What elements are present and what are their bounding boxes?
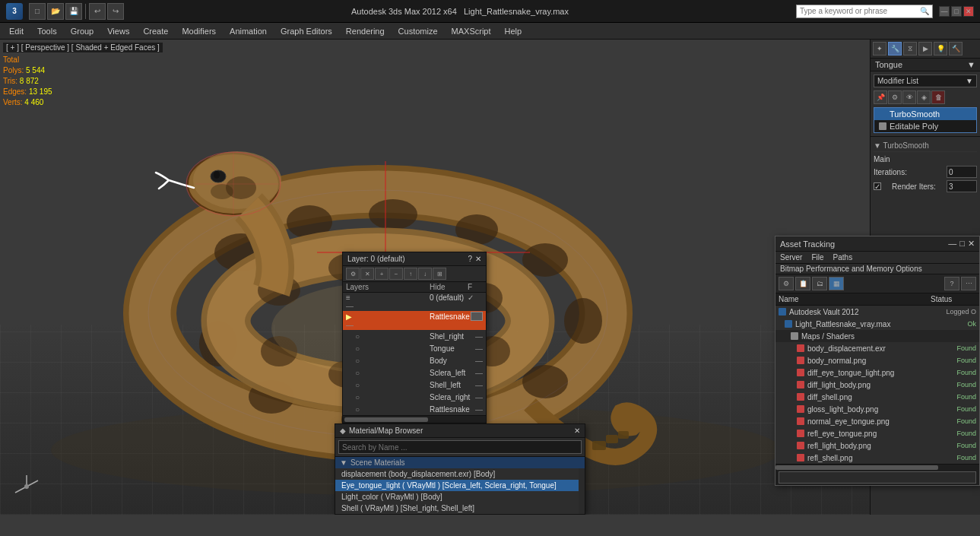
menu-views[interactable]: Views (101, 25, 135, 37)
utilities-icon[interactable]: 🔨 (949, 42, 963, 56)
config-sets-btn[interactable]: ⚙ (888, 90, 902, 104)
dropdown-icon[interactable]: ▼ (967, 60, 975, 69)
at-menu-server[interactable]: Server (780, 253, 802, 262)
list-item[interactable]: diff_eye_tongue_light.png Found (775, 366, 979, 379)
layer-scroll-thumb[interactable] (344, 417, 428, 422)
ts-render-iters-checkbox[interactable]: ✓ (874, 182, 881, 190)
layer-move-up-btn[interactable]: ↑ (404, 268, 417, 280)
search-bar[interactable]: 🔍 (796, 5, 933, 18)
make-unique-btn[interactable]: ◈ (917, 90, 931, 104)
list-item[interactable]: Maps / Shaders (775, 330, 979, 342)
modify-icon[interactable]: 🔧 (888, 42, 902, 56)
menu-tools[interactable]: Tools (31, 25, 63, 37)
tb-redo[interactable]: ↪ (107, 3, 124, 20)
at-tb-4[interactable]: ▦ (829, 277, 844, 290)
layer-scrollbar[interactable] (343, 415, 486, 423)
search-input[interactable] (800, 7, 920, 15)
modifier-list-dropdown[interactable]: Modifier List ▼ (874, 75, 977, 87)
list-item[interactable]: Light_Rattlesnake_vray.max Ok (775, 318, 979, 330)
layer-delete-btn[interactable]: ✕ (360, 268, 374, 280)
list-item[interactable]: ▶ Rattlesnake — (343, 311, 486, 330)
list-item[interactable]: body_displacement.exr Found (775, 342, 979, 354)
list-item[interactable]: TurboSmooth (874, 108, 976, 120)
tb-undo[interactable]: ↩ (89, 3, 106, 20)
list-item[interactable]: ○ Rattlesnake — (343, 403, 486, 415)
list-item[interactable]: ○ Sclera_right — (343, 391, 486, 403)
at-tb-2[interactable]: 📋 (795, 277, 810, 290)
list-item[interactable]: gloss_light_body.png Found (775, 403, 979, 415)
display-icon[interactable]: 💡 (934, 42, 947, 56)
layer-add-btn[interactable]: + (375, 268, 389, 280)
at-path-input[interactable] (779, 471, 976, 484)
layer-panel-close[interactable]: ✕ (475, 255, 481, 263)
at-hscrollbar[interactable] (775, 464, 979, 470)
layer-remove-btn[interactable]: − (389, 268, 403, 280)
layer-panel-question[interactable]: ? (468, 255, 472, 263)
material-scrollbar[interactable] (579, 468, 585, 514)
material-browser-close[interactable]: ✕ (574, 427, 580, 435)
list-item[interactable]: Eye_tongue_light ( VRayMtl ) [Sclera_lef… (335, 480, 585, 491)
viewport-area[interactable]: [ + ] [ Perspective ] [ Shaded + Edged F… (0, 40, 870, 515)
ts-render-iters-input[interactable] (947, 180, 977, 192)
layer-move-down-btn[interactable]: ↓ (418, 268, 432, 280)
list-item[interactable]: ≡ 0 (default) ✓ — (343, 293, 486, 311)
list-item[interactable]: ○ Shell_left — (343, 379, 486, 391)
at-tb-3[interactable]: 🗂 (812, 277, 827, 290)
ts-collapse-icon[interactable]: ▼ (874, 141, 881, 150)
list-item[interactable]: refl_shell.png Found (775, 452, 979, 464)
hierarchy-icon[interactable]: ⧖ (903, 42, 917, 56)
menu-maxscript[interactable]: MAXScript (446, 25, 497, 37)
menu-rendering[interactable]: Rendering (340, 25, 391, 37)
menu-customize[interactable]: Customize (392, 25, 444, 37)
section-collapse-icon[interactable]: ▼ (340, 458, 347, 467)
at-tb-1[interactable]: ⚙ (779, 277, 794, 290)
menu-create[interactable]: Create (137, 25, 174, 37)
layer-new-btn[interactable]: ⚙ (346, 268, 360, 280)
nav-gizmo[interactable] (11, 471, 42, 503)
at-minimize-btn[interactable]: — (948, 239, 956, 249)
menu-edit[interactable]: Edit (3, 25, 30, 37)
list-item[interactable]: ○ Tongue — (343, 342, 486, 354)
list-item[interactable]: diff_light_body.png Found (775, 379, 979, 391)
material-search-input[interactable] (338, 440, 582, 454)
at-maximize-btn[interactable]: □ (959, 239, 965, 249)
list-item[interactable]: Light_color ( VRayMtl ) [Body] (335, 491, 585, 503)
list-item[interactable]: refl_light_body.png Found (775, 439, 979, 452)
menu-modifiers[interactable]: Modifiers (176, 25, 222, 37)
at-close-btn[interactable]: ✕ (968, 239, 975, 249)
menu-group[interactable]: Group (65, 25, 100, 37)
menu-animation[interactable]: Animation (224, 25, 273, 37)
at-hscroll-thumb[interactable] (775, 465, 938, 470)
close-button[interactable]: ✕ (963, 6, 974, 17)
at-more-btn[interactable]: ⋯ (961, 277, 976, 290)
menu-help[interactable]: Help (499, 25, 528, 37)
list-item[interactable]: ○ Shel_right — (343, 330, 486, 342)
at-help-btn[interactable]: ? (944, 277, 959, 290)
list-item[interactable]: ○ Sclera_left — (343, 366, 486, 379)
list-item[interactable]: ○ Body — (343, 354, 486, 366)
at-menu-file[interactable]: File (811, 253, 823, 262)
remove-modifier-btn[interactable]: 🗑 (931, 90, 945, 104)
pin-stack-btn[interactable]: 📌 (874, 90, 887, 104)
list-item[interactable]: refl_eye_tongue.png Found (775, 427, 979, 439)
list-item[interactable]: normal_eye_tongue.png Found (775, 415, 979, 427)
motion-icon[interactable]: ▶ (918, 42, 932, 56)
list-item[interactable]: body_normal.png Found (775, 354, 979, 366)
tb-save[interactable]: 💾 (65, 3, 82, 20)
maximize-button[interactable]: □ (951, 6, 962, 17)
tb-new[interactable]: □ (29, 3, 46, 20)
list-item[interactable]: Shell ( VRayMtl ) [Shel_right, Shell_lef… (335, 503, 585, 514)
list-item[interactable]: diff_shell.png Found (775, 391, 979, 403)
create-icon[interactable]: ✦ (873, 42, 886, 56)
ts-iterations-input[interactable] (947, 166, 977, 178)
minimize-button[interactable]: — (939, 6, 950, 17)
menu-graph-editors[interactable]: Graph Editors (274, 25, 338, 37)
show-in-viewport-btn[interactable]: 👁 (902, 90, 916, 104)
layer-options-btn[interactable]: ⊞ (433, 268, 446, 280)
list-item[interactable]: Editable Poly (874, 120, 976, 132)
tb-open[interactable]: 📂 (47, 3, 64, 20)
at-rows-container[interactable]: Autodesk Vault 2012 Logged O Light_Rattl… (775, 306, 979, 464)
at-menu-paths[interactable]: Paths (833, 253, 853, 262)
list-item[interactable]: displacement (body_displacement.exr) [Bo… (335, 468, 585, 480)
list-item[interactable]: Autodesk Vault 2012 Logged O (775, 306, 979, 318)
